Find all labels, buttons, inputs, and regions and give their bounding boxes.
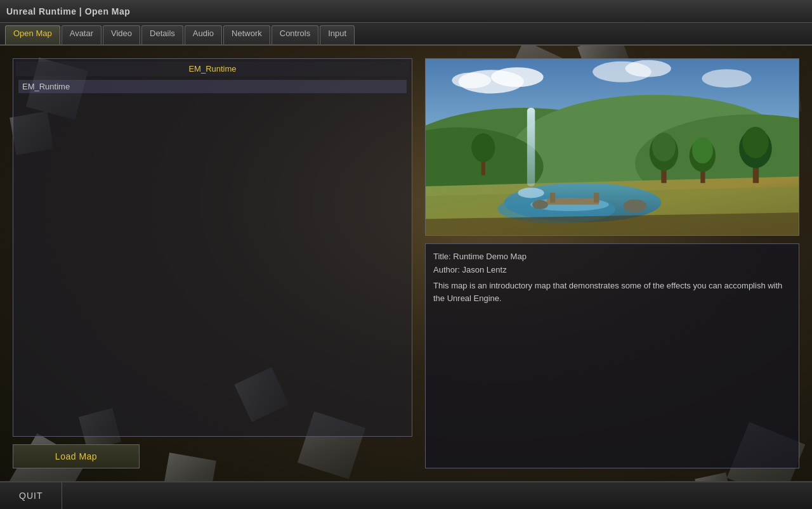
tab-audio[interactable]: Audio [185,25,222,44]
svg-point-23 [652,132,676,161]
svg-point-34 [532,200,548,209]
svg-point-31 [471,133,495,162]
svg-point-33 [624,200,647,213]
map-info-box: Title: Runtime Demo Map Author: Jason Le… [425,243,799,468]
map-description: This map is an introductory map that dem… [433,280,791,306]
tab-controls[interactable]: Controls [272,25,318,44]
tab-bar: Open Map Avatar Video Details Audio Netw… [0,23,812,46]
tab-video[interactable]: Video [103,25,140,44]
left-panel: EM_Runtime EM_Runtime Load Map [13,58,412,468]
svg-point-3 [452,72,491,88]
svg-point-26 [692,138,713,164]
svg-point-17 [518,188,544,198]
map-title: Title: Runtime Demo Map [433,250,791,264]
map-author: Author: Jason Lentz [433,264,791,277]
tab-open-map[interactable]: Open Map [5,25,60,44]
selected-map-label: EM_Runtime [16,61,409,76]
map-list-item[interactable]: EM_Runtime [18,80,407,93]
map-list-container: EM_Runtime EM_Runtime [13,58,412,437]
map-preview-svg [426,59,799,235]
svg-point-2 [491,67,544,87]
svg-rect-20 [594,193,599,202]
map-list-items: EM_Runtime [16,77,409,204]
svg-point-6 [702,69,751,87]
tab-input[interactable]: Input [320,25,355,44]
svg-rect-19 [550,193,555,202]
tab-avatar[interactable]: Avatar [62,25,102,44]
title-bar: Unreal Runtime | Open Map [0,0,812,23]
tab-network[interactable]: Network [223,25,270,44]
quit-button[interactable]: QUIT [0,482,62,509]
tab-details[interactable]: Details [141,25,183,44]
map-preview [425,58,799,236]
main-content: EM_Runtime EM_Runtime Load Map [0,46,812,481]
svg-point-29 [742,127,768,158]
load-map-button[interactable]: Load Map [13,444,140,468]
window-title: Unreal Runtime | Open Map [6,6,130,16]
right-panel: Title: Runtime Demo Map Author: Jason Le… [425,58,799,468]
svg-rect-16 [527,108,535,186]
svg-point-5 [625,60,671,77]
bottom-bar: QUIT [0,481,812,509]
